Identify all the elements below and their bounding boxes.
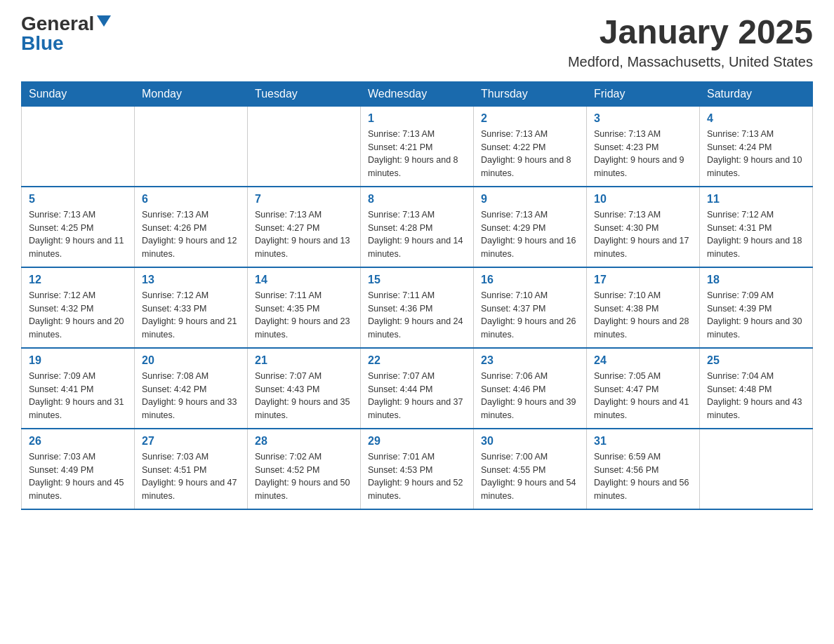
calendar-week-row: 1Sunrise: 7:13 AMSunset: 4:21 PMDaylight… [22, 106, 813, 187]
calendar-day-cell: 17Sunrise: 7:10 AMSunset: 4:38 PMDayligh… [587, 267, 700, 348]
page-header: General Blue January 2025 Medford, Massa… [21, 14, 813, 70]
day-number: 7 [255, 193, 353, 206]
day-info: Sunrise: 7:08 AMSunset: 4:42 PMDaylight:… [142, 370, 240, 422]
day-number: 29 [368, 435, 466, 448]
days-of-week-row: SundayMondayTuesdayWednesdayThursdayFrid… [22, 81, 813, 106]
calendar-day-cell [22, 106, 135, 187]
day-number: 17 [594, 274, 692, 286]
calendar-day-cell: 3Sunrise: 7:13 AMSunset: 4:23 PMDaylight… [587, 106, 700, 187]
day-info: Sunrise: 7:07 AMSunset: 4:43 PMDaylight:… [255, 370, 353, 422]
calendar-day-cell: 25Sunrise: 7:04 AMSunset: 4:48 PMDayligh… [700, 348, 813, 429]
day-number: 5 [29, 193, 127, 206]
day-number: 28 [255, 435, 353, 448]
day-info: Sunrise: 7:11 AMSunset: 4:35 PMDaylight:… [255, 289, 353, 342]
day-info: Sunrise: 7:11 AMSunset: 4:36 PMDaylight:… [368, 289, 466, 342]
day-info: Sunrise: 7:12 AMSunset: 4:33 PMDaylight:… [142, 289, 240, 342]
calendar-day-cell: 29Sunrise: 7:01 AMSunset: 4:53 PMDayligh… [361, 429, 474, 509]
logo-blue-text: Blue [21, 34, 64, 53]
calendar-table: SundayMondayTuesdayWednesdayThursdayFrid… [21, 81, 813, 510]
day-info: Sunrise: 7:03 AMSunset: 4:49 PMDaylight:… [29, 450, 127, 503]
calendar-day-cell: 1Sunrise: 7:13 AMSunset: 4:21 PMDaylight… [361, 106, 474, 187]
calendar-day-cell: 12Sunrise: 7:12 AMSunset: 4:32 PMDayligh… [22, 267, 135, 348]
day-of-week-header: Sunday [22, 81, 135, 106]
calendar-day-cell [135, 106, 248, 187]
calendar-day-cell: 23Sunrise: 7:06 AMSunset: 4:46 PMDayligh… [474, 348, 587, 429]
day-info: Sunrise: 7:07 AMSunset: 4:44 PMDaylight:… [368, 370, 466, 422]
day-number: 13 [142, 274, 240, 286]
day-of-week-header: Thursday [474, 81, 587, 106]
calendar-day-cell: 6Sunrise: 7:13 AMSunset: 4:26 PMDaylight… [135, 187, 248, 267]
day-number: 16 [481, 274, 579, 286]
day-info: Sunrise: 7:06 AMSunset: 4:46 PMDaylight:… [481, 370, 579, 422]
calendar-week-row: 5Sunrise: 7:13 AMSunset: 4:25 PMDaylight… [22, 187, 813, 267]
day-info: Sunrise: 7:09 AMSunset: 4:41 PMDaylight:… [29, 370, 127, 422]
logo: General Blue [21, 14, 111, 53]
day-info: Sunrise: 7:02 AMSunset: 4:52 PMDaylight:… [255, 450, 353, 503]
day-number: 15 [368, 274, 466, 286]
day-info: Sunrise: 7:01 AMSunset: 4:53 PMDaylight:… [368, 450, 466, 503]
day-number: 1 [368, 112, 466, 125]
calendar-day-cell: 8Sunrise: 7:13 AMSunset: 4:28 PMDaylight… [361, 187, 474, 267]
calendar-day-cell: 5Sunrise: 7:13 AMSunset: 4:25 PMDaylight… [22, 187, 135, 267]
calendar-day-cell: 22Sunrise: 7:07 AMSunset: 4:44 PMDayligh… [361, 348, 474, 429]
day-info: Sunrise: 7:13 AMSunset: 4:23 PMDaylight:… [594, 128, 692, 180]
day-of-week-header: Wednesday [361, 81, 474, 106]
calendar-day-cell: 2Sunrise: 7:13 AMSunset: 4:22 PMDaylight… [474, 106, 587, 187]
day-number: 9 [481, 193, 579, 206]
calendar-day-cell: 15Sunrise: 7:11 AMSunset: 4:36 PMDayligh… [361, 267, 474, 348]
day-info: Sunrise: 7:13 AMSunset: 4:21 PMDaylight:… [368, 128, 466, 180]
day-info: Sunrise: 7:13 AMSunset: 4:30 PMDaylight:… [594, 208, 692, 261]
day-number: 4 [707, 112, 805, 125]
calendar-day-cell: 14Sunrise: 7:11 AMSunset: 4:35 PMDayligh… [248, 267, 361, 348]
logo-general-text: General [21, 14, 94, 34]
calendar-day-cell: 11Sunrise: 7:12 AMSunset: 4:31 PMDayligh… [700, 187, 813, 267]
calendar-week-row: 19Sunrise: 7:09 AMSunset: 4:41 PMDayligh… [22, 348, 813, 429]
location-title: Medford, Massachusetts, United States [568, 54, 813, 70]
day-info: Sunrise: 7:04 AMSunset: 4:48 PMDaylight:… [707, 370, 805, 422]
calendar-day-cell: 27Sunrise: 7:03 AMSunset: 4:51 PMDayligh… [135, 429, 248, 509]
day-number: 30 [481, 435, 579, 448]
day-info: Sunrise: 7:03 AMSunset: 4:51 PMDaylight:… [142, 450, 240, 503]
day-number: 21 [255, 354, 353, 367]
day-info: Sunrise: 7:10 AMSunset: 4:38 PMDaylight:… [594, 289, 692, 342]
calendar-day-cell: 4Sunrise: 7:13 AMSunset: 4:24 PMDaylight… [700, 106, 813, 187]
day-info: Sunrise: 7:12 AMSunset: 4:31 PMDaylight:… [707, 208, 805, 261]
calendar-day-cell: 24Sunrise: 7:05 AMSunset: 4:47 PMDayligh… [587, 348, 700, 429]
calendar-day-cell: 10Sunrise: 7:13 AMSunset: 4:30 PMDayligh… [587, 187, 700, 267]
calendar-day-cell: 19Sunrise: 7:09 AMSunset: 4:41 PMDayligh… [22, 348, 135, 429]
day-of-week-header: Saturday [700, 81, 813, 106]
calendar-day-cell: 7Sunrise: 7:13 AMSunset: 4:27 PMDaylight… [248, 187, 361, 267]
day-number: 31 [594, 435, 692, 448]
day-number: 8 [368, 193, 466, 206]
day-info: Sunrise: 7:05 AMSunset: 4:47 PMDaylight:… [594, 370, 692, 422]
day-number: 11 [707, 193, 805, 206]
calendar-day-cell: 28Sunrise: 7:02 AMSunset: 4:52 PMDayligh… [248, 429, 361, 509]
day-number: 2 [481, 112, 579, 125]
calendar-day-cell: 26Sunrise: 7:03 AMSunset: 4:49 PMDayligh… [22, 429, 135, 509]
month-title: January 2025 [568, 14, 813, 51]
day-info: Sunrise: 6:59 AMSunset: 4:56 PMDaylight:… [594, 450, 692, 503]
calendar-day-cell: 30Sunrise: 7:00 AMSunset: 4:55 PMDayligh… [474, 429, 587, 509]
calendar-day-cell [700, 429, 813, 509]
day-info: Sunrise: 7:09 AMSunset: 4:39 PMDaylight:… [707, 289, 805, 342]
calendar-day-cell: 21Sunrise: 7:07 AMSunset: 4:43 PMDayligh… [248, 348, 361, 429]
calendar-day-cell: 31Sunrise: 6:59 AMSunset: 4:56 PMDayligh… [587, 429, 700, 509]
calendar-day-cell: 16Sunrise: 7:10 AMSunset: 4:37 PMDayligh… [474, 267, 587, 348]
day-number: 22 [368, 354, 466, 367]
day-number: 20 [142, 354, 240, 367]
day-of-week-header: Friday [587, 81, 700, 106]
logo-triangle-icon [97, 15, 111, 27]
calendar-header: SundayMondayTuesdayWednesdayThursdayFrid… [22, 81, 813, 106]
calendar-day-cell: 18Sunrise: 7:09 AMSunset: 4:39 PMDayligh… [700, 267, 813, 348]
day-number: 6 [142, 193, 240, 206]
calendar-day-cell [248, 106, 361, 187]
day-number: 12 [29, 274, 127, 286]
title-block: January 2025 Medford, Massachusetts, Uni… [568, 14, 813, 70]
day-number: 10 [594, 193, 692, 206]
calendar-week-row: 26Sunrise: 7:03 AMSunset: 4:49 PMDayligh… [22, 429, 813, 509]
day-info: Sunrise: 7:10 AMSunset: 4:37 PMDaylight:… [481, 289, 579, 342]
calendar-day-cell: 9Sunrise: 7:13 AMSunset: 4:29 PMDaylight… [474, 187, 587, 267]
day-info: Sunrise: 7:13 AMSunset: 4:24 PMDaylight:… [707, 128, 805, 180]
day-of-week-header: Monday [135, 81, 248, 106]
day-info: Sunrise: 7:13 AMSunset: 4:25 PMDaylight:… [29, 208, 127, 261]
